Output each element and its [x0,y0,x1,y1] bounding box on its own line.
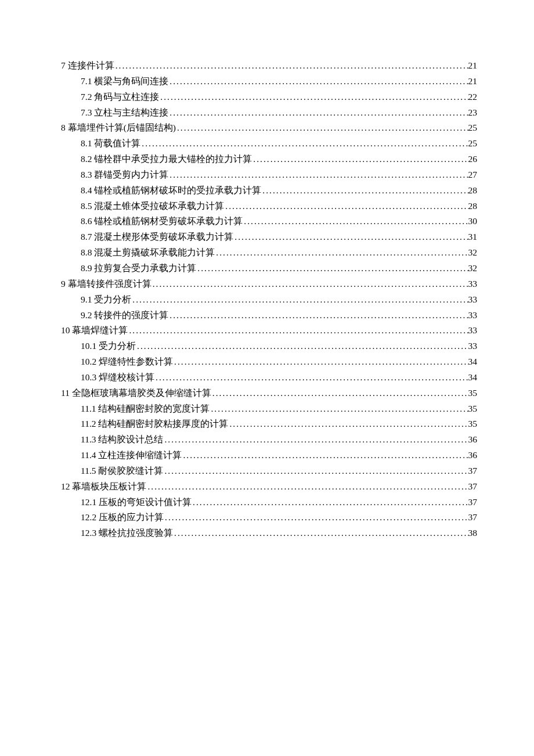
toc-entry-page: 28 [468,183,478,198]
toc-entry-page: 34 [468,370,478,385]
toc-entry-label: 8.2 锚栓群中承受拉力最大锚栓的拉力计算 [81,152,252,167]
toc-dot-leader [192,495,468,510]
toc-entry-label: 12.1 压板的弯矩设计值计算 [81,495,192,510]
toc-entry[interactable]: 8.4 锚栓或植筋钢材破坏时的受拉承载力计算28 [61,183,477,198]
toc-entry[interactable]: 11.3 结构胶设计总结36 [61,432,477,447]
toc-dot-leader [196,261,468,276]
toc-entry-page: 23 [468,105,478,120]
toc-dot-leader [173,525,468,541]
toc-entry-label: 11 全隐框玻璃幕墙胶类及伸缩缝计算 [61,386,211,401]
toc-entry[interactable]: 7.2 角码与立柱连接22 [61,89,477,105]
toc-entry-label: 12.3 螺栓抗拉强度验算 [81,525,173,541]
toc-dot-leader [163,463,468,478]
toc-entry-page: 22 [468,89,478,105]
toc-entry-page: 35 [468,416,478,431]
toc-entry[interactable]: 11.5 耐侯胶胶缝计算37 [61,463,477,478]
toc-entry-label: 7.3 立柱与主结构连接 [81,105,168,120]
toc-entry[interactable]: 7.3 立柱与主结构连接23 [61,105,477,120]
toc-dot-leader [168,167,468,182]
toc-entry-page: 38 [468,525,478,541]
toc-dot-leader [176,120,468,135]
toc-entry[interactable]: 10.1 受力分析33 [61,339,477,354]
toc-entry-page: 36 [468,448,478,463]
toc-dot-leader [136,339,468,354]
toc-entry-page: 33 [468,308,478,323]
toc-entry-label: 12 幕墙板块压板计算 [61,479,146,494]
toc-entry[interactable]: 8.8 混凝土剪撬破坏承载能力计算32 [61,245,477,260]
toc-entry[interactable]: 11 全隐框玻璃幕墙胶类及伸缩缝计算35 [61,386,477,401]
toc-dot-leader [168,105,468,120]
toc-entry[interactable]: 10.3 焊缝校核计算34 [61,370,477,385]
toc-entry-label: 8.8 混凝土剪撬破坏承载能力计算 [81,245,215,260]
toc-entry-label: 11.3 结构胶设计总结 [81,432,163,447]
toc-entry-label: 11.4 立柱连接伸缩缝计算 [81,448,182,463]
toc-entry-page: 31 [468,229,478,244]
toc-entry-page: 32 [468,245,478,260]
toc-entry-page: 21 [468,58,478,73]
toc-entry-page: 25 [468,120,478,135]
toc-entry-page: 37 [468,463,478,478]
toc-entry[interactable]: 8.5 混凝土锥体受拉破坏承载力计算28 [61,199,477,214]
toc-entry[interactable]: 8.1 荷载值计算25 [61,136,477,151]
toc-entry[interactable]: 12 幕墙板块压板计算37 [61,479,477,494]
toc-entry-label: 9 幕墙转接件强度计算 [61,276,151,291]
toc-dot-leader [243,214,468,229]
toc-entry-page: 33 [468,292,478,307]
toc-entry-page: 36 [468,432,478,447]
toc-entry[interactable]: 9 幕墙转接件强度计算33 [61,276,477,291]
toc-dot-leader [114,58,468,73]
toc-entry-label: 8.5 混凝土锥体受拉破坏承载力计算 [81,199,224,214]
toc-entry[interactable]: 8 幕墙埋件计算(后锚固结构)25 [61,120,477,135]
toc-entry-page: 35 [468,386,478,401]
toc-entry-label: 11.1 结构硅酮密封胶的宽度计算 [81,401,210,416]
toc-entry[interactable]: 8.9 拉剪复合受力承载力计算32 [61,261,477,276]
toc-entry-page: 32 [468,261,478,276]
toc-entry-page: 37 [468,495,478,510]
toc-dot-leader [210,401,468,416]
toc-entry-label: 8 幕墙埋件计算(后锚固结构) [61,120,176,135]
toc-entry[interactable]: 8.6 锚栓或植筋钢材受剪破坏承载力计算30 [61,214,477,229]
toc-dot-leader [224,199,468,214]
toc-entry-label: 7 连接件计算 [61,58,114,73]
toc-entry-label: 7.1 横梁与角码间连接 [81,74,168,89]
toc-entry[interactable]: 11.2 结构硅酮密封胶粘接厚度的计算35 [61,416,477,431]
toc-entry[interactable]: 7 连接件计算21 [61,58,477,73]
toc-entry-label: 8.3 群锚受剪内力计算 [81,167,168,182]
toc-entry[interactable]: 10 幕墙焊缝计算33 [61,323,477,338]
toc-dot-leader [211,386,468,401]
toc-entry-label: 10.2 焊缝特性参数计算 [81,354,173,369]
toc-entry-label: 8.7 混凝土楔形体受剪破坏承载力计算 [81,229,233,244]
toc-entry[interactable]: 12.3 螺栓抗拉强度验算38 [61,525,477,541]
toc-entry[interactable]: 8.7 混凝土楔形体受剪破坏承载力计算31 [61,229,477,244]
toc-entry-label: 12.2 压板的应力计算 [81,510,164,525]
toc-entry-page: 21 [468,74,478,89]
toc-entry[interactable]: 10.2 焊缝特性参数计算34 [61,354,477,369]
toc-entry[interactable]: 7.1 横梁与角码间连接21 [61,74,477,89]
toc-entry[interactable]: 11.4 立柱连接伸缩缝计算36 [61,448,477,463]
toc-entry[interactable]: 8.2 锚栓群中承受拉力最大锚栓的拉力计算26 [61,152,477,167]
toc-entry-page: 33 [468,339,478,354]
toc-entry-page: 26 [468,152,478,167]
toc-dot-leader [151,276,468,291]
toc-dot-leader [168,74,468,89]
toc-entry-label: 8.9 拉剪复合受力承载力计算 [81,261,196,276]
table-of-contents: 7 连接件计算217.1 横梁与角码间连接217.2 角码与立柱连接227.3 … [61,58,477,541]
toc-entry[interactable]: 8.3 群锚受剪内力计算27 [61,167,477,182]
toc-entry-page: 30 [468,214,478,229]
toc-entry-page: 27 [468,167,478,182]
toc-entry-label: 10.3 焊缝校核计算 [81,370,154,385]
toc-entry[interactable]: 12.1 压板的弯矩设计值计算37 [61,495,477,510]
toc-entry[interactable]: 12.2 压板的应力计算37 [61,510,477,525]
toc-entry-label: 10 幕墙焊缝计算 [61,323,128,338]
toc-entry-label: 8.6 锚栓或植筋钢材受剪破坏承载力计算 [81,214,243,229]
toc-dot-leader [228,416,468,431]
toc-entry[interactable]: 9.2 转接件的强度计算33 [61,308,477,323]
toc-dot-leader [173,354,468,369]
toc-dot-leader [182,448,468,463]
toc-dot-leader [131,292,468,307]
toc-dot-leader [163,432,468,447]
toc-entry[interactable]: 9.1 受力分析33 [61,292,477,307]
toc-entry-page: 33 [468,323,478,338]
toc-entry[interactable]: 11.1 结构硅酮密封胶的宽度计算35 [61,401,477,416]
toc-entry-label: 11.2 结构硅酮密封胶粘接厚度的计算 [81,416,228,431]
